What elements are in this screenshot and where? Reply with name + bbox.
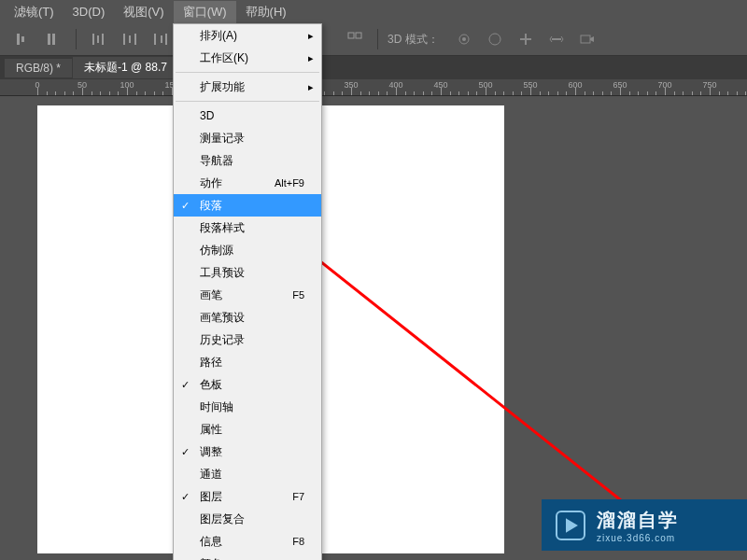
menu-item-label: 段落: [200, 198, 222, 214]
menu-filter[interactable]: 滤镜(T): [5, 1, 63, 23]
svg-rect-0: [17, 34, 20, 45]
menu-shortcut: F8: [292, 536, 304, 547]
svg-rect-13: [348, 33, 354, 38]
menu-item[interactable]: 图层复合: [174, 508, 321, 530]
menu-shortcut: F7: [292, 491, 304, 502]
menu-separator: [176, 101, 319, 102]
svg-rect-7: [123, 34, 125, 45]
svg-rect-6: [102, 34, 104, 45]
menu-item-label: 工具预设: [200, 265, 245, 281]
3d-pan-icon[interactable]: [513, 26, 539, 52]
3d-orbit-icon[interactable]: [451, 26, 477, 52]
3d-roll-icon[interactable]: [482, 26, 508, 52]
menu-item-label: 测量记录: [200, 131, 245, 147]
menu-item[interactable]: 时间轴: [174, 396, 321, 418]
3d-camera-icon[interactable]: [574, 26, 600, 52]
menu-view[interactable]: 视图(V): [114, 1, 173, 23]
menu-item[interactable]: 画笔F5: [174, 284, 321, 306]
menu-help[interactable]: 帮助(H): [236, 1, 296, 23]
svg-rect-9: [134, 34, 136, 45]
distribute-icon-3[interactable]: [148, 26, 174, 52]
check-icon: ✓: [181, 200, 190, 212]
menu-item-label: 导航器: [200, 153, 233, 169]
3d-slide-icon[interactable]: [543, 26, 570, 52]
svg-rect-14: [356, 33, 361, 38]
menu-item-label: 时间轴: [200, 399, 233, 415]
menu-item-label: 排列(A): [200, 28, 237, 44]
check-icon: ✓: [181, 491, 190, 503]
options-toolbar: 3D 模式：: [0, 23, 747, 56]
menu-item[interactable]: ✓段落: [174, 194, 321, 217]
menu-item-label: 通道: [200, 467, 222, 483]
menu-item-label: 路径: [200, 355, 222, 371]
menu-item-label: 图层: [200, 489, 222, 505]
menu-shortcut: Alt+F9: [275, 177, 304, 189]
tool-icon-grid[interactable]: [342, 26, 368, 52]
tab-document-1[interactable]: RGB/8) *: [5, 59, 72, 77]
menu-item[interactable]: 颜色F6: [174, 553, 321, 560]
svg-rect-1: [21, 36, 24, 42]
menu-item[interactable]: 工具预设: [174, 261, 321, 284]
menu-item-label: 段落样式: [200, 220, 245, 236]
align-icon-2[interactable]: [40, 26, 66, 52]
3d-mode-label: 3D 模式：: [388, 32, 439, 48]
menu-item[interactable]: 通道: [174, 463, 321, 485]
menu-item[interactable]: 动作Alt+F9: [174, 172, 321, 194]
document-tabs: RGB/8) * 未标题-1 @ 88.7: [0, 56, 747, 79]
menu-item[interactable]: ✓调整: [174, 441, 321, 463]
canvas-area: [0, 96, 747, 560]
menu-item[interactable]: 3D: [174, 105, 321, 127]
svg-rect-18: [581, 35, 590, 43]
svg-rect-4: [92, 34, 94, 45]
check-icon: ✓: [181, 379, 190, 391]
toolbar-separator: [76, 29, 77, 49]
svg-rect-2: [48, 34, 50, 45]
menu-item-label: 颜色: [200, 556, 222, 561]
menu-item[interactable]: 导航器: [174, 149, 321, 172]
menu-item-label: 画笔预设: [200, 310, 245, 326]
menu-separator: [176, 72, 319, 73]
menu-item-label: 扩展功能: [200, 79, 245, 95]
window-menu-dropdown: 排列(A)工作区(K)扩展功能3D测量记录导航器动作Alt+F9✓段落段落样式仿…: [173, 23, 322, 560]
menu-item[interactable]: 扩展功能: [174, 76, 321, 98]
svg-point-17: [489, 34, 500, 45]
menu-item[interactable]: 路径: [174, 351, 321, 373]
menu-3d[interactable]: 3D(D): [63, 2, 115, 21]
watermark: 溜溜自学 zixue.3d66.com: [542, 499, 747, 551]
menu-item-label: 画笔: [200, 287, 222, 303]
svg-rect-10: [154, 34, 156, 45]
svg-rect-8: [129, 35, 131, 43]
menu-item-label: 仿制源: [200, 243, 233, 259]
menu-item[interactable]: 段落样式: [174, 217, 321, 239]
svg-rect-3: [52, 34, 55, 45]
menu-item[interactable]: 工作区(K): [174, 47, 321, 69]
menu-item[interactable]: ✓色板: [174, 373, 321, 396]
toolbar-separator: [377, 29, 378, 49]
menu-item-label: 历史记录: [200, 332, 245, 348]
svg-point-16: [462, 37, 466, 41]
menu-item[interactable]: 测量记录: [174, 127, 321, 149]
svg-rect-11: [161, 35, 162, 43]
menu-item[interactable]: 信息F8: [174, 530, 321, 553]
menu-item-label: 动作: [200, 175, 222, 191]
menu-item[interactable]: 仿制源: [174, 239, 321, 261]
menu-item-label: 工作区(K): [200, 50, 248, 66]
menu-window[interactable]: 窗口(W): [174, 1, 236, 23]
distribute-icon-2[interactable]: [117, 26, 143, 52]
align-icon-1[interactable]: [9, 26, 35, 52]
tab-document-2[interactable]: 未标题-1 @ 88.7: [73, 57, 178, 78]
watermark-title: 溜溜自学: [597, 508, 679, 533]
menu-shortcut: F5: [292, 289, 304, 301]
menu-item[interactable]: ✓图层F7: [174, 485, 321, 508]
horizontal-ruler: 0501001502002503003504004505005506006507…: [0, 79, 747, 96]
svg-rect-5: [97, 35, 99, 43]
menu-item[interactable]: 历史记录: [174, 329, 321, 351]
distribute-icon-1[interactable]: [86, 26, 112, 52]
menu-item-label: 调整: [200, 444, 222, 460]
menu-item-label: 属性: [200, 422, 222, 438]
play-icon: [556, 511, 585, 540]
menu-item[interactable]: 排列(A): [174, 24, 321, 47]
menu-item[interactable]: 画笔预设: [174, 306, 321, 329]
watermark-url: zixue.3d66.com: [597, 533, 679, 543]
menu-item[interactable]: 属性: [174, 418, 321, 441]
